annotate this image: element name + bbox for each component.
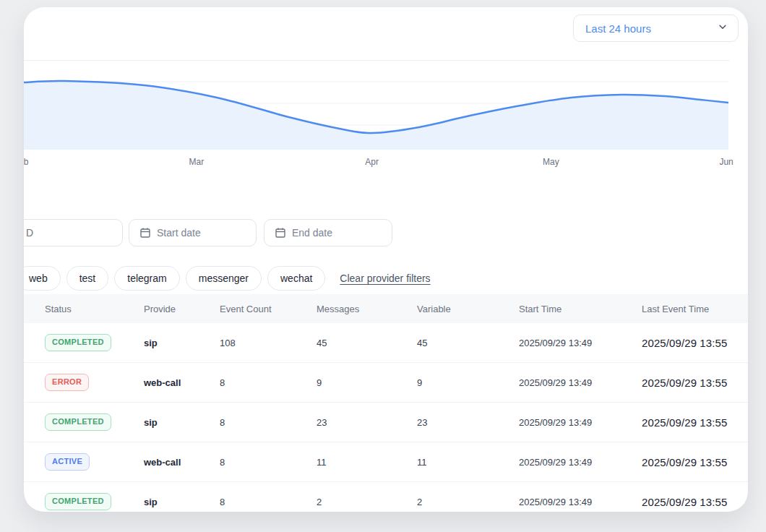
provider-chip-wechat[interactable]: wechat bbox=[267, 266, 325, 291]
provider-chip-telegram[interactable]: telegram bbox=[114, 266, 179, 291]
table-row[interactable]: COMPLETEDsip10845452025/09/29 13:492025/… bbox=[24, 323, 748, 363]
variable-cell: 2 bbox=[417, 497, 519, 507]
filters-row: Start date End date bbox=[24, 219, 748, 246]
status-badge: COMPLETED bbox=[45, 413, 111, 430]
header-divider bbox=[24, 60, 730, 61]
time-range-label: Last 24 hours bbox=[585, 22, 718, 35]
end-date-input[interactable]: End date bbox=[264, 219, 392, 246]
id-filter-input[interactable] bbox=[24, 219, 123, 246]
table-row[interactable]: COMPLETEDsip823232025/09/29 13:492025/09… bbox=[24, 403, 748, 442]
events-table: StatusProvideEvent CountMessagesVariable… bbox=[24, 294, 748, 512]
table-header-row: StatusProvideEvent CountMessagesVariable… bbox=[24, 294, 748, 323]
id-filter-field[interactable] bbox=[24, 220, 113, 246]
chart-area-fill bbox=[24, 81, 728, 150]
provider-cell: sip bbox=[144, 497, 220, 507]
start-date-placeholder: Start date bbox=[157, 227, 201, 239]
clear-provider-filters-link[interactable]: Clear provider filters bbox=[340, 273, 430, 284]
calendar-icon bbox=[275, 227, 286, 239]
start-time-cell: 2025/09/29 13:49 bbox=[519, 377, 642, 388]
provider-cell: web-call bbox=[144, 377, 220, 388]
status-badge: COMPLETED bbox=[45, 334, 111, 351]
last-time-cell: 2025/09/29 13:55 bbox=[642, 496, 748, 508]
messages-cell: 2 bbox=[317, 497, 417, 507]
x-tick-label: Jun bbox=[719, 157, 733, 167]
event-count-cell: 8 bbox=[220, 377, 317, 388]
status-badge: COMPLETED bbox=[45, 493, 111, 510]
provider-chip-test[interactable]: test bbox=[66, 266, 109, 291]
start-date-input[interactable]: Start date bbox=[129, 219, 257, 246]
variable-cell: 9 bbox=[417, 377, 519, 388]
events-area-chart bbox=[24, 69, 728, 150]
last-time-cell: 2025/09/29 13:55 bbox=[642, 377, 748, 389]
start-time-cell: 2025/09/29 13:49 bbox=[519, 457, 642, 468]
chevron-down-icon bbox=[718, 22, 728, 35]
table-body: COMPLETEDsip10845452025/09/29 13:492025/… bbox=[24, 323, 748, 512]
provider-cell: web-call bbox=[144, 457, 220, 468]
calendar-icon bbox=[139, 227, 151, 239]
table-row[interactable]: COMPLETEDsip8222025/09/29 13:492025/09/2… bbox=[24, 482, 748, 512]
event-count-cell: 8 bbox=[220, 417, 317, 428]
last-time-cell: 2025/09/29 13:55 bbox=[642, 416, 748, 429]
event-count-cell: 8 bbox=[220, 457, 317, 468]
x-tick-label: Feb bbox=[24, 157, 28, 167]
x-tick-label: Apr bbox=[365, 157, 379, 167]
chart-x-axis-labels: FebMarAprMayJun bbox=[24, 157, 748, 170]
variable-cell: 23 bbox=[417, 417, 519, 428]
column-header: Start Time bbox=[519, 304, 642, 314]
event-count-cell: 8 bbox=[220, 497, 317, 507]
messages-cell: 11 bbox=[317, 457, 417, 468]
table-row[interactable]: ACTIVEweb-call811112025/09/29 13:492025/… bbox=[24, 442, 748, 482]
variable-cell: 45 bbox=[417, 338, 519, 348]
last-time-cell: 2025/09/29 13:55 bbox=[642, 456, 748, 468]
table-row[interactable]: ERRORweb-call8992025/09/29 13:492025/09/… bbox=[24, 363, 748, 403]
variable-cell: 11 bbox=[417, 457, 519, 468]
start-time-cell: 2025/09/29 13:49 bbox=[519, 417, 642, 428]
column-header: Provide bbox=[144, 304, 220, 314]
event-count-cell: 108 bbox=[220, 338, 317, 348]
column-header: Messages bbox=[317, 304, 417, 314]
start-time-cell: 2025/09/29 13:49 bbox=[519, 497, 642, 507]
column-header: Event Count bbox=[220, 304, 317, 314]
x-tick-label: May bbox=[543, 157, 559, 167]
messages-cell: 23 bbox=[317, 417, 417, 428]
provider-cell: sip bbox=[144, 338, 220, 348]
status-badge: ACTIVE bbox=[45, 453, 90, 470]
messages-cell: 45 bbox=[317, 338, 417, 348]
provider-cell: sip bbox=[144, 417, 220, 428]
x-tick-label: Mar bbox=[189, 157, 205, 167]
provider-chip-messenger[interactable]: messenger bbox=[186, 266, 262, 291]
column-header: Variable bbox=[417, 304, 519, 314]
provider-filter-chips: webtesttelegrammessengerwechatClear prov… bbox=[24, 266, 748, 291]
end-date-placeholder: End date bbox=[292, 227, 332, 239]
last-time-cell: 2025/09/29 13:55 bbox=[642, 337, 748, 349]
status-badge: ERROR bbox=[45, 374, 89, 390]
start-time-cell: 2025/09/29 13:49 bbox=[519, 338, 642, 348]
column-header: Status bbox=[45, 304, 144, 314]
provider-chip-web[interactable]: web bbox=[24, 266, 61, 291]
time-range-dropdown[interactable]: Last 24 hours bbox=[573, 14, 739, 42]
dashboard-card: Last 24 hours FebMarAprMayJun Start date bbox=[24, 7, 748, 512]
messages-cell: 9 bbox=[317, 377, 417, 388]
chart-canvas bbox=[24, 69, 728, 150]
column-header: Last Event Time bbox=[642, 304, 748, 314]
